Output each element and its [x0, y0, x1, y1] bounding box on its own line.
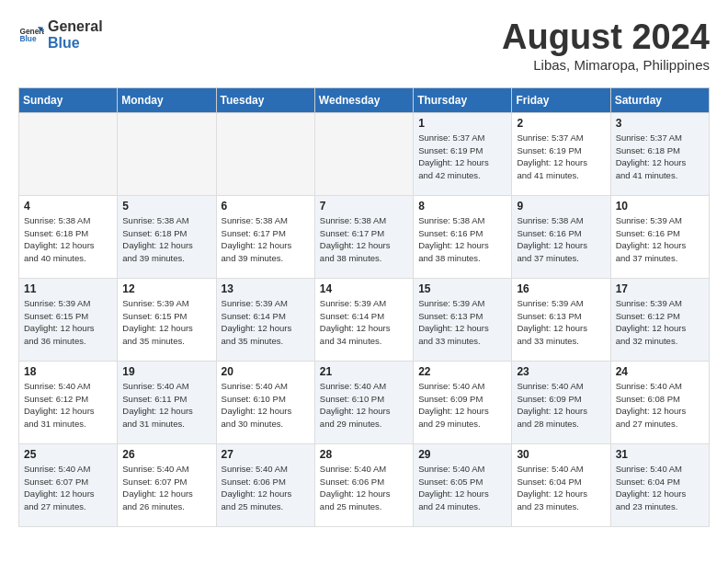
day-number: 22	[418, 365, 506, 378]
day-info: Sunrise: 5:39 AM Sunset: 6:13 PM Dayligh…	[517, 297, 605, 348]
calendar-table: SundayMondayTuesdayWednesdayThursdayFrid…	[18, 87, 710, 527]
day-number: 27	[222, 448, 310, 461]
day-info: Sunrise: 5:37 AM Sunset: 6:19 PM Dayligh…	[517, 132, 605, 182]
day-number: 2	[517, 117, 605, 130]
calendar-day-cell: 1Sunrise: 5:37 AM Sunset: 6:19 PM Daylig…	[414, 112, 512, 195]
calendar-day-cell: 21Sunrise: 5:40 AM Sunset: 6:10 PM Dayli…	[314, 361, 413, 443]
day-number: 17	[616, 282, 704, 295]
day-info: Sunrise: 5:40 AM Sunset: 6:09 PM Dayligh…	[517, 380, 605, 431]
day-number: 7	[320, 200, 408, 213]
day-number: 19	[122, 365, 210, 378]
calendar-day-cell: 13Sunrise: 5:39 AM Sunset: 6:14 PM Dayli…	[216, 278, 314, 361]
day-info: Sunrise: 5:40 AM Sunset: 6:08 PM Dayligh…	[616, 380, 704, 431]
day-info: Sunrise: 5:40 AM Sunset: 6:04 PM Dayligh…	[517, 463, 605, 513]
day-info: Sunrise: 5:38 AM Sunset: 6:18 PM Dayligh…	[24, 214, 112, 265]
calendar-day-cell: 30Sunrise: 5:40 AM Sunset: 6:04 PM Dayli…	[512, 443, 610, 526]
day-info: Sunrise: 5:40 AM Sunset: 6:06 PM Dayligh…	[222, 463, 310, 513]
day-of-week-header: Saturday	[610, 87, 709, 112]
day-info: Sunrise: 5:38 AM Sunset: 6:18 PM Dayligh…	[122, 214, 210, 265]
day-info: Sunrise: 5:39 AM Sunset: 6:14 PM Dayligh…	[222, 297, 310, 348]
day-of-week-header: Friday	[512, 87, 610, 112]
day-info: Sunrise: 5:39 AM Sunset: 6:16 PM Dayligh…	[616, 214, 704, 265]
calendar-day-cell: 15Sunrise: 5:39 AM Sunset: 6:13 PM Dayli…	[414, 278, 512, 361]
day-info: Sunrise: 5:40 AM Sunset: 6:07 PM Dayligh…	[24, 463, 112, 513]
calendar-day-cell: 18Sunrise: 5:40 AM Sunset: 6:12 PM Dayli…	[19, 361, 118, 443]
day-info: Sunrise: 5:38 AM Sunset: 6:16 PM Dayligh…	[418, 214, 506, 265]
day-number: 6	[222, 200, 310, 213]
day-of-week-header: Wednesday	[314, 87, 413, 112]
calendar-day-cell: 28Sunrise: 5:40 AM Sunset: 6:06 PM Dayli…	[314, 443, 413, 526]
calendar-day-cell: 3Sunrise: 5:37 AM Sunset: 6:18 PM Daylig…	[610, 112, 709, 195]
day-number: 29	[418, 448, 506, 461]
day-number: 11	[24, 282, 112, 295]
day-info: Sunrise: 5:39 AM Sunset: 6:14 PM Dayligh…	[320, 297, 408, 348]
location: Libas, Mimaropa, Philippines	[502, 57, 710, 73]
day-info: Sunrise: 5:38 AM Sunset: 6:16 PM Dayligh…	[517, 214, 605, 265]
calendar-day-cell: 22Sunrise: 5:40 AM Sunset: 6:09 PM Dayli…	[414, 361, 512, 443]
day-number: 23	[517, 365, 605, 378]
calendar-day-cell: 25Sunrise: 5:40 AM Sunset: 6:07 PM Dayli…	[19, 443, 118, 526]
day-info: Sunrise: 5:38 AM Sunset: 6:17 PM Dayligh…	[222, 214, 310, 265]
day-number: 4	[24, 200, 112, 213]
calendar-week-row: 25Sunrise: 5:40 AM Sunset: 6:07 PM Dayli…	[19, 443, 710, 526]
calendar-day-cell: 26Sunrise: 5:40 AM Sunset: 6:07 PM Dayli…	[118, 443, 216, 526]
day-info: Sunrise: 5:40 AM Sunset: 6:10 PM Dayligh…	[320, 380, 408, 431]
calendar-day-cell: 12Sunrise: 5:39 AM Sunset: 6:15 PM Dayli…	[118, 278, 216, 361]
calendar-day-cell: 31Sunrise: 5:40 AM Sunset: 6:04 PM Dayli…	[610, 443, 709, 526]
calendar-day-cell: 2Sunrise: 5:37 AM Sunset: 6:19 PM Daylig…	[512, 112, 610, 195]
day-of-week-header: Tuesday	[216, 87, 314, 112]
day-number: 28	[320, 448, 408, 461]
logo: General Blue General Blue	[18, 18, 103, 51]
calendar-day-cell: 20Sunrise: 5:40 AM Sunset: 6:10 PM Dayli…	[216, 361, 314, 443]
calendar-day-cell: 11Sunrise: 5:39 AM Sunset: 6:15 PM Dayli…	[19, 278, 118, 361]
day-of-week-header: Monday	[118, 87, 216, 112]
calendar-week-row: 18Sunrise: 5:40 AM Sunset: 6:12 PM Dayli…	[19, 361, 710, 443]
day-number: 12	[122, 282, 210, 295]
calendar-header: SundayMondayTuesdayWednesdayThursdayFrid…	[19, 87, 710, 112]
day-number: 13	[222, 282, 310, 295]
calendar-day-cell: 24Sunrise: 5:40 AM Sunset: 6:08 PM Dayli…	[610, 361, 709, 443]
day-number: 8	[418, 200, 506, 213]
logo-blue: Blue	[48, 35, 103, 52]
day-info: Sunrise: 5:39 AM Sunset: 6:12 PM Dayligh…	[616, 297, 704, 348]
day-info: Sunrise: 5:40 AM Sunset: 6:11 PM Dayligh…	[122, 380, 210, 431]
day-info: Sunrise: 5:37 AM Sunset: 6:18 PM Dayligh…	[616, 132, 704, 182]
calendar-day-cell: 5Sunrise: 5:38 AM Sunset: 6:18 PM Daylig…	[118, 195, 216, 278]
day-of-week-header: Sunday	[19, 87, 118, 112]
day-of-week-header: Thursday	[414, 87, 512, 112]
day-number: 30	[517, 448, 605, 461]
day-info: Sunrise: 5:39 AM Sunset: 6:13 PM Dayligh…	[418, 297, 506, 348]
calendar-day-cell: 17Sunrise: 5:39 AM Sunset: 6:12 PM Dayli…	[610, 278, 709, 361]
calendar-day-cell: 14Sunrise: 5:39 AM Sunset: 6:14 PM Dayli…	[314, 278, 413, 361]
day-info: Sunrise: 5:40 AM Sunset: 6:07 PM Dayligh…	[122, 463, 210, 513]
day-number: 26	[122, 448, 210, 461]
day-number: 18	[24, 365, 112, 378]
day-number: 5	[122, 200, 210, 213]
calendar-day-cell	[314, 112, 413, 195]
logo-icon: General Blue	[18, 22, 44, 48]
calendar-day-cell: 10Sunrise: 5:39 AM Sunset: 6:16 PM Dayli…	[610, 195, 709, 278]
logo-general: General	[48, 18, 103, 35]
day-number: 9	[517, 200, 605, 213]
day-number: 15	[418, 282, 506, 295]
day-info: Sunrise: 5:39 AM Sunset: 6:15 PM Dayligh…	[24, 297, 112, 348]
calendar-day-cell: 8Sunrise: 5:38 AM Sunset: 6:16 PM Daylig…	[414, 195, 512, 278]
calendar-day-cell: 9Sunrise: 5:38 AM Sunset: 6:16 PM Daylig…	[512, 195, 610, 278]
day-info: Sunrise: 5:39 AM Sunset: 6:15 PM Dayligh…	[122, 297, 210, 348]
day-info: Sunrise: 5:38 AM Sunset: 6:17 PM Dayligh…	[320, 214, 408, 265]
day-number: 3	[616, 117, 704, 130]
month-year: August 2024	[502, 18, 710, 57]
day-info: Sunrise: 5:40 AM Sunset: 6:04 PM Dayligh…	[616, 463, 704, 513]
day-info: Sunrise: 5:40 AM Sunset: 6:05 PM Dayligh…	[418, 463, 506, 513]
calendar-day-cell: 19Sunrise: 5:40 AM Sunset: 6:11 PM Dayli…	[118, 361, 216, 443]
day-number: 24	[616, 365, 704, 378]
day-info: Sunrise: 5:40 AM Sunset: 6:10 PM Dayligh…	[222, 380, 310, 431]
calendar-day-cell: 27Sunrise: 5:40 AM Sunset: 6:06 PM Dayli…	[216, 443, 314, 526]
day-number: 16	[517, 282, 605, 295]
day-number: 10	[616, 200, 704, 213]
calendar-week-row: 1Sunrise: 5:37 AM Sunset: 6:19 PM Daylig…	[19, 112, 710, 195]
calendar-day-cell: 4Sunrise: 5:38 AM Sunset: 6:18 PM Daylig…	[19, 195, 118, 278]
svg-text:Blue: Blue	[19, 34, 36, 43]
day-info: Sunrise: 5:40 AM Sunset: 6:06 PM Dayligh…	[320, 463, 408, 513]
calendar-day-cell: 23Sunrise: 5:40 AM Sunset: 6:09 PM Dayli…	[512, 361, 610, 443]
